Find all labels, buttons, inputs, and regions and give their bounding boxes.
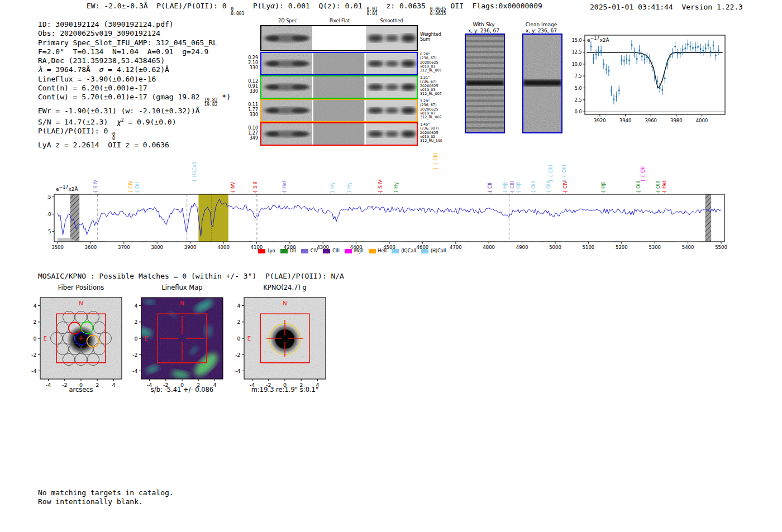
kpno-image-panel: NE-4-2024420-2-4 (225, 292, 332, 388)
legend-label: (H)CaII (431, 248, 446, 253)
svg-text:5: 5 (48, 229, 51, 234)
spectral-line-label: } { OIII (561, 165, 567, 182)
spectral-line-label: } Hγ (330, 182, 335, 193)
spec2d-header-smoothed: Smoothed (366, 18, 417, 23)
withsky-title: With Skyx, y: 236, 67 (458, 22, 509, 33)
footer-notes: No matching targets in catalog.Row inten… (38, 488, 174, 506)
spec2d-row (260, 99, 418, 122)
spec2d-cell-flat (313, 123, 364, 145)
header-meta: 2025-01-01 03:41:44 Version 1.22.3 (590, 3, 743, 11)
svg-text:10.0: 10.0 (572, 62, 582, 67)
spec2d-cell-smooth (366, 100, 417, 121)
spectral-line-label: } { OII (640, 166, 646, 182)
info-line: λ = 3964.78Å σ = 4.12(±0.62)Å (38, 65, 231, 74)
spec2d-cell-white (313, 26, 364, 50)
svg-text:5400: 5400 (682, 245, 694, 250)
spectral-line-label: { Hβ (502, 182, 508, 193)
svg-text:3960: 3960 (645, 118, 657, 123)
spectral-line-label: { CIII (509, 181, 515, 193)
spectral-line-label: } { CIII (433, 153, 438, 170)
kpno-caption: m:19.3 re:1.9" s:0.1" (235, 386, 335, 394)
svg-text:4000: 4000 (217, 245, 230, 250)
svg-text:12.5: 12.5 (572, 50, 582, 55)
stacked-fraction: 00.001 (231, 7, 244, 16)
svg-text:3700: 3700 (118, 245, 130, 250)
svg-text:4: 4 (33, 303, 36, 309)
cleanimage-title: Clean Imagex, y: 236, 67 (516, 22, 567, 33)
fiber-positions-panel: NE-4-2024420-2-4 (21, 292, 128, 388)
weighted-sum-label: WeightedSum (420, 32, 441, 42)
spectral-line-label: } Hγ (346, 182, 352, 193)
svg-text:4700: 4700 (450, 245, 462, 250)
zoom-plot-units: e−17x2Å (587, 36, 609, 43)
row-fiber-info: 1.21"(236, 67)20200625v019_03312_RL_007 (420, 76, 442, 96)
spec2d-cell-noise (261, 123, 312, 145)
info-line: Cont(w) = 5.70(±0.01)e-17 (gmag 19.82 19… (38, 93, 231, 107)
cleanimage-image (522, 33, 562, 133)
legend-item: Lyα (258, 248, 275, 253)
row-fiber-info: 0.20"(236, 67)20200625v019_01312_RL_007 (420, 52, 442, 73)
spectral-line-label: { OIII (636, 181, 641, 193)
legend-swatch (301, 249, 308, 253)
lineflux-caption: s/b: -5.41 +/- 0.086 (130, 386, 234, 394)
svg-text:E: E (145, 336, 148, 342)
svg-text:2: 2 (33, 319, 36, 325)
spectral-line-label: { SiIV (378, 180, 383, 193)
fiber-positions-title: Fiber Positions (40, 284, 122, 291)
svg-text:3980: 3980 (670, 118, 683, 123)
kpno-title: KPNO(24.7) g (244, 284, 326, 291)
row-weight-labels: 0.111.77330 (246, 102, 258, 117)
spec2d-cell-noise (261, 26, 312, 50)
spectral-line-label: { OIII (531, 181, 536, 193)
legend-item: HeII (369, 248, 387, 253)
info-line: S/N = 14.7(±2.3) χ2 = 0.9(±0.0) (38, 116, 231, 127)
stacked-fraction: 00 (112, 132, 115, 141)
svg-text:3900: 3900 (184, 245, 197, 250)
svg-text:-4: -4 (31, 368, 36, 374)
spectral-line-label: { SiII (252, 181, 258, 193)
info-line: EWr = -1.90(±0.31) (w: -2.10(±0.32))Å (38, 107, 231, 116)
svg-text:5300: 5300 (649, 245, 661, 250)
legend-swatch (421, 249, 428, 253)
legend-label: Lyα (268, 248, 275, 253)
svg-text:4: 4 (134, 303, 137, 309)
spec2d-header-pixelflat: Pixel Flat (314, 18, 365, 23)
spec2d-cell-noise (261, 76, 312, 98)
legend-item: CIV (301, 248, 318, 253)
svg-text:3500: 3500 (51, 245, 64, 250)
spectral-line-label: { HeII (282, 179, 287, 193)
stacked-fraction: 0.06350.0635 (430, 7, 446, 16)
legend-swatch (258, 249, 265, 253)
svg-text:4800: 4800 (483, 245, 495, 250)
svg-text:5100: 5100 (583, 245, 595, 250)
line-fit-zoom-plot: 392039403960398040000.02.55.07.510.012.5… (570, 31, 732, 126)
legend-item: MgII (345, 248, 364, 253)
stacked-fraction: 0.010.01 (367, 7, 378, 16)
legend-swatch (280, 249, 288, 253)
svg-text:E: E (44, 336, 47, 342)
row-weight-labels: 0.101.27349 (246, 126, 258, 141)
spec2d-cell-flat (313, 100, 364, 121)
svg-text:0: 0 (33, 336, 36, 342)
svg-text:2: 2 (237, 319, 240, 325)
row-weight-labels: 0.120.91330 (246, 79, 258, 94)
legend-label: OII (290, 248, 296, 253)
svg-text:E: E (247, 336, 251, 342)
svg-text:3940: 3940 (619, 118, 632, 123)
legend-label: CIII (332, 248, 340, 253)
spec2d-cell-flat (313, 76, 364, 98)
spec2d-cell-noise (261, 53, 312, 74)
info-line: Primary Spec_Slot_IFU_AMP: 312_045_065_R… (38, 39, 231, 47)
legend-item: CIII (323, 248, 340, 253)
spectral-line-label: } Hγ (393, 182, 399, 193)
legend-swatch (369, 249, 376, 253)
svg-text:4900: 4900 (516, 245, 528, 250)
info-line: F=2.0" T=0.134 N=1.04 A=0.91 g=24.9 (38, 47, 231, 56)
info-line: Cont(n) = 6.20(±0.00)e-17 (38, 84, 231, 93)
lineflux-map-panel: NE-4-2024420-2-4 (122, 292, 230, 388)
legend-label: CIV (311, 248, 318, 253)
spectral-line-label: { SiIV (93, 180, 98, 193)
svg-text:3800: 3800 (151, 245, 163, 250)
svg-text:5.0: 5.0 (575, 86, 582, 91)
lineflux-map-title: Lineflux Map (141, 284, 223, 291)
